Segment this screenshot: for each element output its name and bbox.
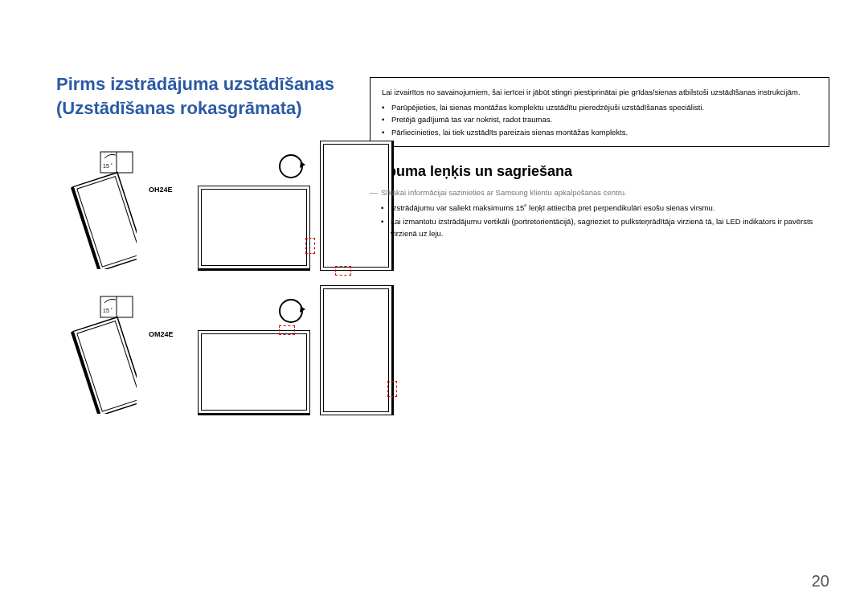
warning-box: Lai izvairītos no savainojumiem, šai ier… <box>370 77 829 147</box>
warning-list: Parūpējieties, lai sienas montāžas kompl… <box>382 101 817 138</box>
warning-lead: Lai izvairītos no savainojumiem, šai ier… <box>382 86 817 98</box>
body-item: Izstrādājumu var saliekt maksimums 15˚ l… <box>391 202 829 214</box>
svg-point-6 <box>280 155 302 178</box>
model-label-a: OH24E <box>149 186 173 194</box>
main-title: Pirms izstrādājuma uzstādīšanas (Uzstādī… <box>56 72 354 120</box>
tilt-illustration: 15 ˚ <box>56 149 137 269</box>
led-indicator-marker <box>387 381 397 397</box>
led-indicator-marker <box>335 266 351 276</box>
tilt-illustration: 15 ˚ <box>56 293 137 414</box>
body-item: Lai izmantotu izstrādājumu vertikāli (po… <box>391 215 829 239</box>
note-line: Sīkākai informācijai sazinieties ar Sams… <box>370 188 829 197</box>
svg-point-14 <box>280 300 302 322</box>
section-title: Slīpuma leņķis un sagriešana <box>370 163 829 180</box>
page-number: 20 <box>812 572 829 591</box>
landscape-panel <box>198 330 310 415</box>
rotate-arrow-icon <box>276 152 305 181</box>
warning-item: Pretējā gadījumā tas var nokrist, radot … <box>391 113 817 125</box>
diagram-oh24e: OH24E 15 ˚ <box>56 141 354 277</box>
svg-text:15 ˚: 15 ˚ <box>103 308 113 313</box>
landscape-panel <box>198 186 310 271</box>
warning-item: Parūpējieties, lai sienas montāžas kompl… <box>391 101 817 113</box>
body-list: Izstrādājumu var saliekt maksimums 15˚ l… <box>370 202 829 240</box>
portrait-panel <box>320 285 394 415</box>
diagram-om24e: OM24E 15 ˚ <box>56 285 354 422</box>
svg-text:15 ˚: 15 ˚ <box>103 163 113 169</box>
title-line-1: Pirms izstrādājuma uzstādīšanas <box>56 74 334 94</box>
title-line-2: (Uzstādīšanas rokasgrāmata) <box>56 98 302 118</box>
rotate-arrow-icon <box>276 296 305 325</box>
warning-item: Pārliecinieties, lai tiek uzstādīts pare… <box>391 126 817 138</box>
led-indicator-marker <box>279 325 295 335</box>
model-label-b: OM24E <box>149 330 174 338</box>
led-indicator-marker <box>305 238 315 254</box>
